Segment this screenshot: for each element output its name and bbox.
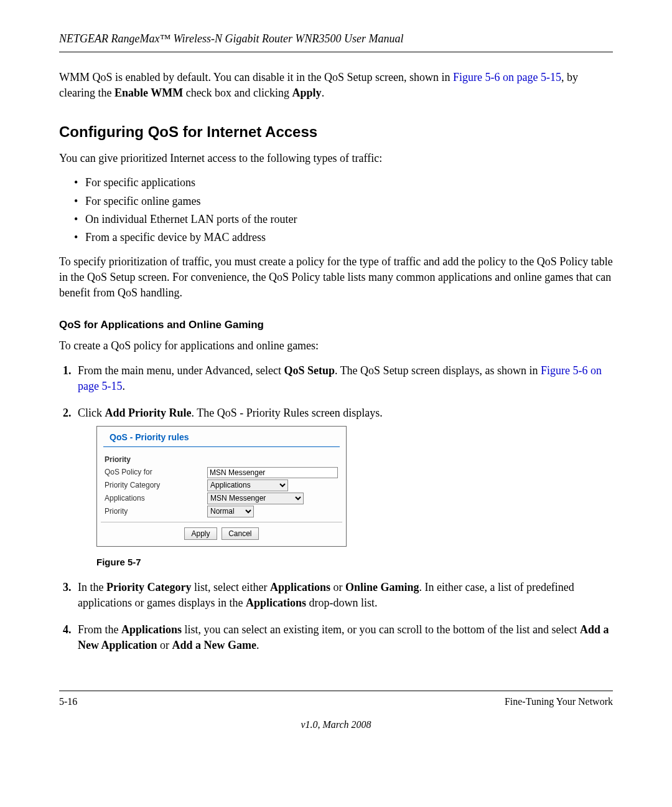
field-label: Applications (105, 493, 207, 504)
body-text: To specify prioritization of traffic, yo… (59, 254, 613, 301)
panel-section-title: Priority (101, 453, 342, 466)
list-item: For specific online games (74, 194, 613, 209)
field-label: Priority Category (105, 480, 207, 491)
panel-row: QoS Policy for (101, 466, 342, 479)
panel-row: Applications MSN Messenger (101, 492, 342, 505)
priority-category-select[interactable]: Applications (207, 479, 288, 491)
applications-select[interactable]: MSN Messenger (207, 493, 304, 504)
figure-link[interactable]: Figure 5-6 on page 5-15 (453, 71, 561, 83)
numbered-steps: From the main menu, under Advanced, sele… (59, 363, 613, 654)
panel-title: QoS - Priority rules (103, 427, 340, 447)
step-item: From the main menu, under Advanced, sele… (74, 363, 613, 394)
page-header: NETGEAR RangeMax™ Wireless-N Gigabit Rou… (59, 31, 613, 52)
qos-priority-rules-panel: QoS - Priority rules Priority QoS Policy… (96, 426, 347, 546)
header-title: NETGEAR RangeMax™ Wireless-N Gigabit Rou… (59, 32, 403, 45)
step-item: Click Add Priority Rule. The QoS - Prior… (74, 405, 613, 569)
body-text: You can give prioritized Internet access… (59, 151, 613, 166)
body-text: To create a QoS policy for applications … (59, 338, 613, 354)
panel-row: Priority Category Applications (101, 479, 342, 492)
step-item: From the Applications list, you can sele… (74, 622, 613, 653)
step-item: In the Priority Category list, select ei… (74, 580, 613, 611)
section-heading: Configuring QoS for Internet Access (59, 121, 613, 143)
page-footer: 5-16 Fine-Tuning Your Network (59, 691, 613, 709)
figure-caption: Figure 5-7 (96, 555, 613, 569)
qos-policy-input[interactable] (207, 467, 338, 478)
subsection-heading: QoS for Applications and Online Gaming (59, 318, 613, 333)
footer-version: v1.0, March 2008 (59, 718, 613, 732)
apply-button[interactable]: Apply (184, 527, 217, 540)
field-label: QoS Policy for (105, 467, 207, 478)
bullet-list: For specific applications For specific o… (59, 175, 613, 245)
footer-section: Fine-Tuning Your Network (505, 695, 613, 709)
list-item: From a specific device by MAC address (74, 230, 613, 245)
list-item: On individual Ethernet LAN ports of the … (74, 212, 613, 227)
list-item: For specific applications (74, 175, 613, 191)
intro-paragraph: WMM QoS is enabled by default. You can d… (59, 70, 613, 101)
page-number: 5-16 (59, 695, 77, 709)
field-label: Priority (105, 506, 207, 517)
panel-row: Priority Normal (101, 505, 342, 518)
priority-select[interactable]: Normal (207, 506, 254, 517)
cancel-button[interactable]: Cancel (222, 527, 258, 540)
